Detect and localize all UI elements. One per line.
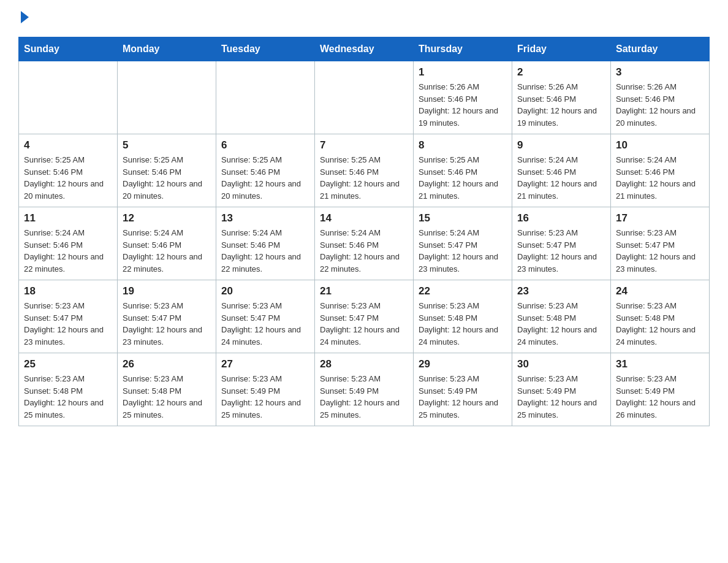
- calendar-day-cell: 16Sunrise: 5:23 AMSunset: 5:47 PMDayligh…: [512, 207, 611, 280]
- day-number: 18: [24, 285, 112, 297]
- calendar-day-cell: 19Sunrise: 5:23 AMSunset: 5:47 PMDayligh…: [118, 280, 216, 353]
- day-number: 13: [221, 212, 309, 224]
- day-info: Sunrise: 5:25 AMSunset: 5:46 PMDaylight:…: [123, 154, 211, 202]
- day-number: 4: [24, 139, 112, 151]
- calendar-day-cell: 12Sunrise: 5:24 AMSunset: 5:46 PMDayligh…: [118, 207, 216, 280]
- calendar-day-cell: 2Sunrise: 5:26 AMSunset: 5:46 PMDaylight…: [512, 61, 611, 134]
- day-number: 2: [517, 66, 605, 79]
- day-number: 24: [616, 285, 704, 297]
- page-header: [18, 12, 710, 25]
- calendar-day-cell: 8Sunrise: 5:25 AMSunset: 5:46 PMDaylight…: [414, 134, 512, 207]
- day-info: Sunrise: 5:26 AMSunset: 5:46 PMDaylight:…: [419, 81, 507, 129]
- calendar-day-cell: 23Sunrise: 5:23 AMSunset: 5:48 PMDayligh…: [512, 280, 611, 353]
- calendar-day-cell: 7Sunrise: 5:25 AMSunset: 5:46 PMDaylight…: [315, 134, 414, 207]
- weekday-header-wednesday: Wednesday: [315, 37, 414, 61]
- day-info: Sunrise: 5:23 AMSunset: 5:48 PMDaylight:…: [616, 300, 704, 348]
- weekday-header-thursday: Thursday: [414, 37, 512, 61]
- day-number: 1: [419, 66, 507, 79]
- day-number: 23: [517, 285, 605, 297]
- day-info: Sunrise: 5:23 AMSunset: 5:49 PMDaylight:…: [419, 373, 507, 421]
- calendar-day-cell: 1Sunrise: 5:26 AMSunset: 5:46 PMDaylight…: [414, 61, 512, 134]
- calendar-empty-cell: [216, 61, 315, 134]
- calendar-week-row: 18Sunrise: 5:23 AMSunset: 5:47 PMDayligh…: [19, 280, 710, 353]
- day-info: Sunrise: 5:26 AMSunset: 5:46 PMDaylight:…: [616, 81, 704, 129]
- logo: [18, 12, 29, 25]
- day-info: Sunrise: 5:23 AMSunset: 5:47 PMDaylight:…: [221, 300, 309, 348]
- day-info: Sunrise: 5:25 AMSunset: 5:46 PMDaylight:…: [320, 154, 408, 202]
- day-number: 29: [419, 358, 507, 370]
- calendar-week-row: 1Sunrise: 5:26 AMSunset: 5:46 PMDaylight…: [19, 61, 710, 134]
- calendar-day-cell: 29Sunrise: 5:23 AMSunset: 5:49 PMDayligh…: [414, 353, 512, 426]
- day-info: Sunrise: 5:23 AMSunset: 5:47 PMDaylight:…: [616, 227, 704, 275]
- day-info: Sunrise: 5:23 AMSunset: 5:47 PMDaylight:…: [517, 227, 605, 275]
- day-info: Sunrise: 5:23 AMSunset: 5:48 PMDaylight:…: [123, 373, 211, 421]
- day-info: Sunrise: 5:25 AMSunset: 5:46 PMDaylight:…: [24, 154, 112, 202]
- day-number: 10: [616, 139, 704, 151]
- calendar-day-cell: 5Sunrise: 5:25 AMSunset: 5:46 PMDaylight…: [118, 134, 216, 207]
- day-info: Sunrise: 5:23 AMSunset: 5:49 PMDaylight:…: [616, 373, 704, 421]
- calendar-day-cell: 3Sunrise: 5:26 AMSunset: 5:46 PMDaylight…: [611, 61, 710, 134]
- day-info: Sunrise: 5:24 AMSunset: 5:46 PMDaylight:…: [320, 227, 408, 275]
- weekday-header-monday: Monday: [118, 37, 216, 61]
- day-number: 19: [123, 285, 211, 297]
- weekday-header-sunday: Sunday: [19, 37, 118, 61]
- calendar-day-cell: 13Sunrise: 5:24 AMSunset: 5:46 PMDayligh…: [216, 207, 315, 280]
- day-info: Sunrise: 5:26 AMSunset: 5:46 PMDaylight:…: [517, 81, 605, 129]
- weekday-header-tuesday: Tuesday: [216, 37, 315, 61]
- day-number: 8: [419, 139, 507, 151]
- day-number: 22: [419, 285, 507, 297]
- day-info: Sunrise: 5:24 AMSunset: 5:46 PMDaylight:…: [616, 154, 704, 202]
- day-number: 25: [24, 358, 112, 370]
- calendar-table: SundayMondayTuesdayWednesdayThursdayFrid…: [18, 37, 710, 426]
- day-info: Sunrise: 5:23 AMSunset: 5:47 PMDaylight:…: [123, 300, 211, 348]
- day-number: 14: [320, 212, 408, 224]
- day-number: 5: [123, 139, 211, 151]
- calendar-day-cell: 26Sunrise: 5:23 AMSunset: 5:48 PMDayligh…: [118, 353, 216, 426]
- calendar-day-cell: 30Sunrise: 5:23 AMSunset: 5:49 PMDayligh…: [512, 353, 611, 426]
- calendar-day-cell: 10Sunrise: 5:24 AMSunset: 5:46 PMDayligh…: [611, 134, 710, 207]
- day-number: 28: [320, 358, 408, 370]
- calendar-empty-cell: [118, 61, 216, 134]
- day-info: Sunrise: 5:23 AMSunset: 5:47 PMDaylight:…: [24, 300, 112, 348]
- calendar-day-cell: 21Sunrise: 5:23 AMSunset: 5:47 PMDayligh…: [315, 280, 414, 353]
- calendar-day-cell: 27Sunrise: 5:23 AMSunset: 5:49 PMDayligh…: [216, 353, 315, 426]
- calendar-day-cell: 20Sunrise: 5:23 AMSunset: 5:47 PMDayligh…: [216, 280, 315, 353]
- day-number: 12: [123, 212, 211, 224]
- day-number: 11: [24, 212, 112, 224]
- day-info: Sunrise: 5:23 AMSunset: 5:49 PMDaylight:…: [221, 373, 309, 421]
- calendar-day-cell: 31Sunrise: 5:23 AMSunset: 5:49 PMDayligh…: [611, 353, 710, 426]
- day-number: 17: [616, 212, 704, 224]
- calendar-day-cell: 25Sunrise: 5:23 AMSunset: 5:48 PMDayligh…: [19, 353, 118, 426]
- day-info: Sunrise: 5:25 AMSunset: 5:46 PMDaylight:…: [221, 154, 309, 202]
- day-number: 27: [221, 358, 309, 370]
- day-number: 15: [419, 212, 507, 224]
- day-number: 16: [517, 212, 605, 224]
- calendar-day-cell: 28Sunrise: 5:23 AMSunset: 5:49 PMDayligh…: [315, 353, 414, 426]
- weekday-header-saturday: Saturday: [611, 37, 710, 61]
- day-number: 30: [517, 358, 605, 370]
- calendar-day-cell: 6Sunrise: 5:25 AMSunset: 5:46 PMDaylight…: [216, 134, 315, 207]
- calendar-day-cell: 9Sunrise: 5:24 AMSunset: 5:46 PMDaylight…: [512, 134, 611, 207]
- logo-triangle-icon: [21, 11, 29, 23]
- day-number: 7: [320, 139, 408, 151]
- day-number: 9: [517, 139, 605, 151]
- day-info: Sunrise: 5:24 AMSunset: 5:47 PMDaylight:…: [419, 227, 507, 275]
- calendar-day-cell: 4Sunrise: 5:25 AMSunset: 5:46 PMDaylight…: [19, 134, 118, 207]
- day-number: 21: [320, 285, 408, 297]
- weekday-header-friday: Friday: [512, 37, 611, 61]
- calendar-day-cell: 15Sunrise: 5:24 AMSunset: 5:47 PMDayligh…: [414, 207, 512, 280]
- calendar-day-cell: 17Sunrise: 5:23 AMSunset: 5:47 PMDayligh…: [611, 207, 710, 280]
- day-info: Sunrise: 5:24 AMSunset: 5:46 PMDaylight:…: [517, 154, 605, 202]
- day-info: Sunrise: 5:23 AMSunset: 5:49 PMDaylight:…: [517, 373, 605, 421]
- calendar-day-cell: 18Sunrise: 5:23 AMSunset: 5:47 PMDayligh…: [19, 280, 118, 353]
- day-info: Sunrise: 5:23 AMSunset: 5:47 PMDaylight:…: [320, 300, 408, 348]
- calendar-week-row: 11Sunrise: 5:24 AMSunset: 5:46 PMDayligh…: [19, 207, 710, 280]
- calendar-empty-cell: [19, 61, 118, 134]
- day-number: 31: [616, 358, 704, 370]
- calendar-day-cell: 24Sunrise: 5:23 AMSunset: 5:48 PMDayligh…: [611, 280, 710, 353]
- day-info: Sunrise: 5:24 AMSunset: 5:46 PMDaylight:…: [24, 227, 112, 275]
- day-info: Sunrise: 5:24 AMSunset: 5:46 PMDaylight:…: [221, 227, 309, 275]
- day-info: Sunrise: 5:24 AMSunset: 5:46 PMDaylight:…: [123, 227, 211, 275]
- calendar-day-cell: 22Sunrise: 5:23 AMSunset: 5:48 PMDayligh…: [414, 280, 512, 353]
- day-number: 6: [221, 139, 309, 151]
